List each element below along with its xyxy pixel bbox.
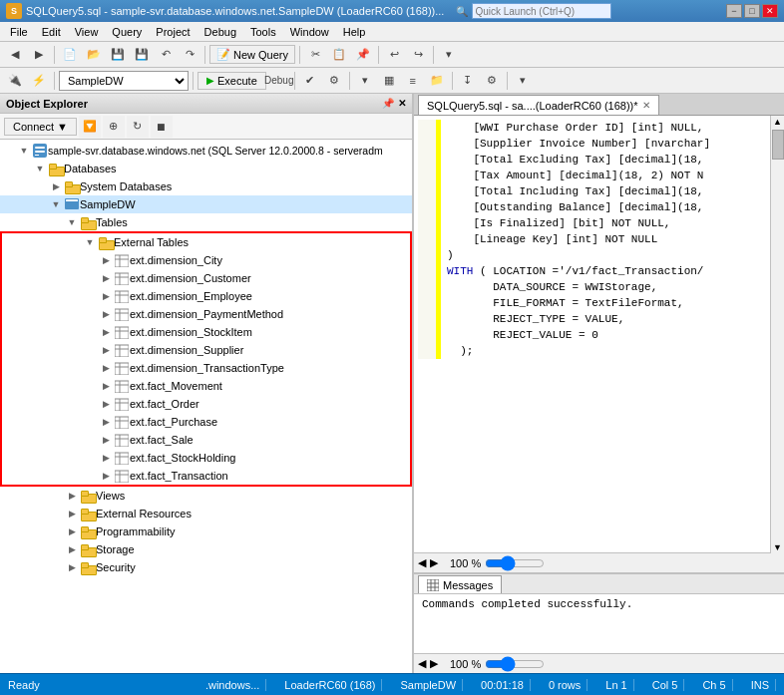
results-button[interactable]: ↧ — [457, 70, 479, 92]
sql-scrollbar-v[interactable]: ▲ ▼ — [770, 116, 784, 553]
expand-ext-purchase[interactable]: ▶ — [98, 414, 114, 430]
tree-ext-sale[interactable]: ▶ ext.fact_Sale — [2, 431, 410, 449]
tree-ext-transtype[interactable]: ▶ ext.dimension_TransactionType — [2, 359, 410, 377]
menu-file[interactable]: File — [4, 25, 34, 39]
oe-refresh-button[interactable]: ↻ — [127, 116, 149, 138]
expand-system-db[interactable]: ▶ — [48, 178, 64, 194]
undo2-button[interactable]: ↩ — [383, 44, 405, 66]
open-button[interactable]: 📂 — [83, 44, 105, 66]
database-selector[interactable]: SampleDW — [59, 71, 189, 91]
expand-ext-order[interactable]: ▶ — [98, 396, 114, 412]
tree-external-resources[interactable]: ▶ External Resources — [0, 505, 412, 522]
expand-ext-tables[interactable]: ▼ — [82, 234, 98, 250]
oe-content[interactable]: ▼ sample-svr.database.windows.net (SQL S… — [0, 140, 412, 673]
expand-ext-customer[interactable]: ▶ — [98, 270, 114, 286]
cut-button[interactable]: ✂ — [304, 44, 326, 66]
execute-button[interactable]: ▶ Execute — [197, 72, 266, 90]
copy-button[interactable]: 📋 — [328, 44, 350, 66]
menu-help[interactable]: Help — [337, 25, 372, 39]
expand-security-sampledw[interactable]: ▶ — [64, 559, 80, 575]
more2-button[interactable]: ▾ — [354, 70, 376, 92]
menu-view[interactable]: View — [69, 25, 105, 39]
text-button[interactable]: ≡ — [402, 70, 424, 92]
tree-security-sampledw[interactable]: ▶ Security — [0, 558, 412, 576]
oe-connect-button[interactable]: Connect ▼ — [4, 118, 77, 136]
tree-ext-employee[interactable]: ▶ ext.dimension_Employee — [2, 287, 410, 305]
oe-filter-button[interactable]: 🔽 — [79, 116, 101, 138]
tree-programmability[interactable]: ▶ Programmability — [0, 522, 412, 540]
expand-ext-movement[interactable]: ▶ — [98, 378, 114, 394]
zoom-right-arrow[interactable]: ▶ — [430, 556, 438, 569]
tree-server1[interactable]: ▼ sample-svr.database.windows.net (SQL S… — [0, 142, 412, 160]
expand-ext-transaction[interactable]: ▶ — [98, 468, 114, 484]
close-button[interactable]: ✕ — [762, 4, 778, 18]
expand-sampledw[interactable]: ▼ — [48, 196, 64, 212]
messages-tab[interactable]: Messages — [418, 575, 502, 593]
tree-system-databases[interactable]: ▶ System Databases — [0, 177, 412, 195]
paste-button[interactable]: 📌 — [352, 44, 374, 66]
expand-ext-res[interactable]: ▶ — [64, 506, 80, 521]
scroll-thumb[interactable] — [772, 130, 784, 160]
new-query-button[interactable]: 📝 New Query — [209, 45, 295, 64]
zoom-left-arrow[interactable]: ◀ — [418, 556, 426, 569]
undo-button[interactable]: ↶ — [155, 44, 177, 66]
expand-ext-sale[interactable]: ▶ — [98, 432, 114, 448]
expand-ext-payment[interactable]: ▶ — [98, 306, 114, 322]
tree-ext-order[interactable]: ▶ ext.fact_Order — [2, 395, 410, 413]
forward-button[interactable]: ▶ — [28, 44, 50, 66]
tree-ext-movement[interactable]: ▶ ext.fact_Movement — [2, 377, 410, 395]
tree-sampledw[interactable]: ▼ SampleDW — [0, 195, 412, 213]
scroll-up-arrow[interactable]: ▲ — [771, 116, 784, 128]
minimize-button[interactable]: − — [726, 4, 742, 18]
zoom-slider[interactable] — [485, 557, 545, 569]
expand-ext-supplier[interactable]: ▶ — [98, 342, 114, 358]
expand-storage[interactable]: ▶ — [64, 541, 80, 557]
expand-ext-city[interactable]: ▶ — [98, 252, 114, 268]
parse-button[interactable]: ⚙ — [323, 70, 345, 92]
grid-button[interactable]: ▦ — [378, 70, 400, 92]
more3-button[interactable]: ▾ — [512, 70, 534, 92]
oe-sync-button[interactable]: ⊕ — [103, 116, 125, 138]
sql-editor[interactable]: [WWI Purchase Order ID] [int] NULL, [Sup… — [414, 116, 770, 553]
quick-launch-input[interactable] — [472, 3, 611, 19]
tree-ext-city[interactable]: ▶ ext.dimension_City — [2, 251, 410, 269]
oe-stop-button[interactable]: ⏹ — [151, 116, 173, 138]
zoom2-right-arrow[interactable]: ▶ — [430, 657, 438, 670]
expand-ext-employee[interactable]: ▶ — [98, 288, 114, 304]
tree-ext-payment[interactable]: ▶ ext.dimension_PaymentMethod — [2, 305, 410, 323]
expand-ext-transtype[interactable]: ▶ — [98, 360, 114, 376]
debug-button[interactable]: Debug — [268, 70, 290, 92]
redo-button[interactable]: ↷ — [179, 44, 200, 66]
zoom2-left-arrow[interactable]: ◀ — [418, 657, 426, 670]
tree-databases[interactable]: ▼ Databases — [0, 160, 412, 177]
zoom2-slider[interactable] — [485, 658, 545, 670]
menu-project[interactable]: Project — [150, 25, 196, 39]
save-all-button[interactable]: 💾 — [131, 44, 153, 66]
connect-button[interactable]: 🔌 — [4, 70, 26, 92]
tree-ext-supplier[interactable]: ▶ ext.dimension_Supplier — [2, 341, 410, 359]
oe-close-button[interactable]: ✕ — [398, 98, 406, 109]
tree-external-tables[interactable]: ▼ External Tables — [2, 233, 410, 251]
tree-ext-customer[interactable]: ▶ ext.dimension_Customer — [2, 269, 410, 287]
tree-storage[interactable]: ▶ Storage — [0, 540, 412, 558]
expand-tables[interactable]: ▼ — [64, 214, 80, 230]
tree-ext-purchase[interactable]: ▶ ext.fact_Purchase — [2, 413, 410, 431]
sql-tab[interactable]: SQLQuery5.sql - sa....(LoaderRC60 (168))… — [418, 95, 659, 115]
expand-server1[interactable]: ▼ — [16, 143, 32, 159]
redo2-button[interactable]: ↪ — [407, 44, 429, 66]
tree-views[interactable]: ▶ Views — [0, 487, 412, 505]
expand-ext-stockitem[interactable]: ▶ — [98, 324, 114, 340]
sql-tab-close[interactable]: ✕ — [642, 100, 650, 111]
oe-pin-button[interactable]: 📌 — [382, 98, 394, 109]
expand-databases[interactable]: ▼ — [32, 161, 48, 176]
disconnect-button[interactable]: ⚡ — [28, 70, 50, 92]
menu-window[interactable]: Window — [284, 25, 335, 39]
expand-views[interactable]: ▶ — [64, 488, 80, 504]
file-out-button[interactable]: 📁 — [426, 70, 448, 92]
menu-tools[interactable]: Tools — [244, 25, 282, 39]
expand-prog[interactable]: ▶ — [64, 523, 80, 539]
tree-ext-stockitem[interactable]: ▶ ext.dimension_StockItem — [2, 323, 410, 341]
menu-debug[interactable]: Debug — [198, 25, 242, 39]
tree-ext-transaction[interactable]: ▶ ext.fact_Transaction — [2, 467, 410, 485]
menu-query[interactable]: Query — [106, 25, 148, 39]
